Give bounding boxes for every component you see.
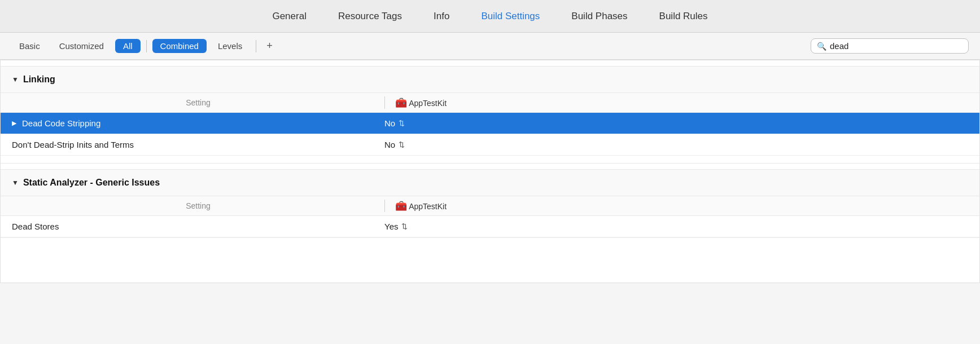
content-area: ▼ Linking Setting 🧰 AppTestKit ▶ Dead Co… [0, 60, 980, 283]
static-analyzer-section-header[interactable]: ▼ Static Analyzer - Generic Issues [1, 169, 979, 196]
tab-build-rules[interactable]: Build Rules [644, 6, 724, 27]
dead-stores-row[interactable]: Dead Stores Yes ⇅ [1, 216, 979, 237]
search-box: 🔍 [811, 38, 969, 54]
dead-code-stripping-value: No ⇅ [384, 118, 968, 128]
dont-dead-strip-stepper[interactable]: ⇅ [399, 140, 405, 149]
sa-column-project-label: 🧰 AppTestKit [390, 200, 968, 212]
filter-bar: Basic Customized All Combined Levels + 🔍 [0, 33, 980, 60]
sa-column-setting-label: Setting [12, 201, 384, 210]
section-gap [1, 156, 979, 164]
column-setting-label: Setting [12, 98, 384, 107]
dead-code-stripping-row[interactable]: ▶ Dead Code Stripping No ⇅ [1, 113, 979, 134]
tab-build-phases[interactable]: Build Phases [555, 6, 643, 27]
tab-resource-tags[interactable]: Resource Tags [322, 6, 418, 27]
sa-briefcase-icon: 🧰 [395, 200, 407, 212]
linking-section-header[interactable]: ▼ Linking [1, 66, 979, 93]
filter-combined-button[interactable]: Combined [152, 39, 207, 53]
tab-build-settings[interactable]: Build Settings [465, 6, 555, 27]
dont-dead-strip-label: Don't Dead-Strip Inits and Terms [12, 140, 384, 149]
dead-stores-label: Dead Stores [12, 222, 384, 231]
column-divider [384, 96, 385, 109]
static-analyzer-column-header: Setting 🧰 AppTestKit [1, 196, 979, 216]
briefcase-icon: 🧰 [395, 97, 407, 109]
tab-bar: General Resource Tags Info Build Setting… [0, 0, 980, 33]
linking-collapse-arrow: ▼ [12, 76, 19, 83]
filter-add-button[interactable]: + [262, 38, 277, 54]
static-analyzer-section-title: Static Analyzer - Generic Issues [23, 178, 160, 188]
sa-column-divider [384, 200, 385, 212]
tab-general[interactable]: General [256, 6, 322, 27]
row-expand-arrow: ▶ [12, 120, 16, 127]
linking-section-title: Linking [23, 74, 55, 85]
filter-all-button[interactable]: All [115, 39, 141, 53]
linking-column-header: Setting 🧰 AppTestKit [1, 93, 979, 113]
search-icon: 🔍 [817, 42, 826, 51]
search-input[interactable] [830, 41, 954, 51]
dont-dead-strip-row[interactable]: Don't Dead-Strip Inits and Terms No ⇅ [1, 134, 979, 156]
content-bottom-padding [1, 237, 979, 283]
filter-levels-button[interactable]: Levels [210, 39, 250, 53]
dead-code-stripping-stepper[interactable]: ⇅ [399, 119, 405, 127]
column-project-label: 🧰 AppTestKit [390, 97, 968, 109]
dead-stores-stepper[interactable]: ⇅ [401, 222, 408, 231]
filter-customized-button[interactable]: Customized [51, 39, 112, 53]
filter-basic-button[interactable]: Basic [11, 39, 48, 53]
tab-info[interactable]: Info [418, 6, 465, 27]
dead-stores-value: Yes ⇅ [384, 222, 968, 231]
static-analyzer-collapse-arrow: ▼ [12, 179, 19, 187]
filter-divider [146, 40, 147, 52]
filter-divider-2 [256, 40, 256, 52]
dont-dead-strip-value: No ⇅ [384, 140, 968, 149]
dead-code-stripping-label: ▶ Dead Code Stripping [12, 118, 384, 128]
